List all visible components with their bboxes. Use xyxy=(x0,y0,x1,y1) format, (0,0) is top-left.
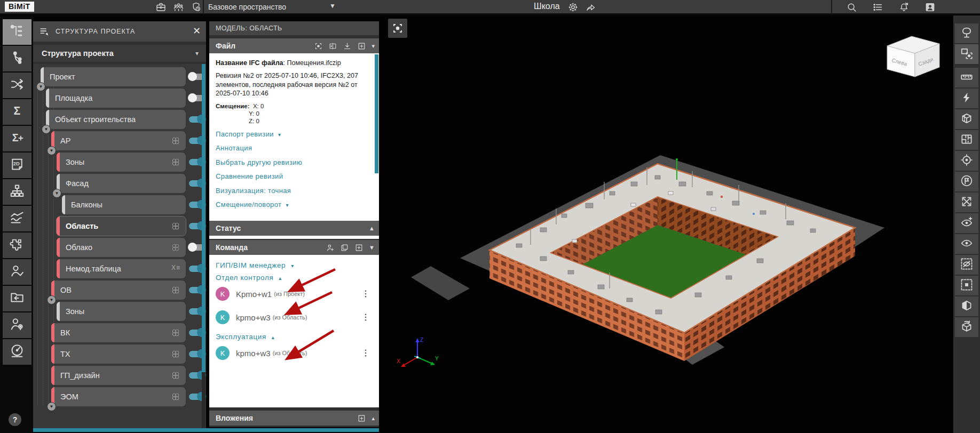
file-link[interactable]: Аннотация xyxy=(216,144,369,152)
rail-tool-dashboard[interactable] xyxy=(3,339,31,365)
status-section-header[interactable]: Статус ▲ xyxy=(209,221,379,236)
rail-tool-relations[interactable] xyxy=(3,46,31,71)
model-viewport[interactable]: Слева Сзади Z Y X xyxy=(380,15,953,433)
view-cube[interactable]: Слева Сзади xyxy=(880,32,946,79)
member-menu-kebab-icon[interactable] xyxy=(361,311,370,323)
tree-expander-icon[interactable]: ▼ xyxy=(47,402,56,411)
rail-tool-clash-check[interactable] xyxy=(3,73,31,98)
tree-expander-icon[interactable]: ▼ xyxy=(47,295,56,304)
copy-icon[interactable] xyxy=(338,242,350,253)
file-link[interactable]: Выбрать другую ревизию xyxy=(216,158,369,166)
collapse-caret-icon[interactable]: ▲ xyxy=(369,225,375,231)
user-add-icon[interactable] xyxy=(324,242,336,253)
tree-item-ВК[interactable]: ВК xyxy=(51,323,186,342)
help-button[interactable]: ? xyxy=(9,413,21,426)
tree-item-Облако[interactable]: Облако xyxy=(57,238,186,257)
tree-item-Область[interactable]: Область xyxy=(57,217,186,236)
tree-item-ЭОМ[interactable]: ЭОМ xyxy=(51,387,186,406)
rail-tool-totals-add[interactable]: Σ xyxy=(3,126,31,151)
file-scrollbar[interactable] xyxy=(375,54,378,173)
collapse-caret-icon[interactable]: ▾ xyxy=(372,43,375,50)
toolbar-tree-icon[interactable] xyxy=(955,23,978,43)
file-link[interactable]: Сравнение ревизий xyxy=(216,172,369,180)
horizontal-scrollbar[interactable] xyxy=(33,428,379,432)
team-group-ГИП/BIM менеджер[interactable]: ГИП/BIM менеджер▾ xyxy=(216,261,379,269)
tree-item-ГП_дизайн[interactable]: ГП_дизайн xyxy=(51,366,186,385)
toolbar-eye-icon[interactable] xyxy=(955,234,978,254)
tree-expander-icon[interactable]: ▼ xyxy=(52,189,61,198)
team-section-header[interactable]: Команда ▼ xyxy=(209,240,379,255)
tree-item-Фасад[interactable]: Фасад xyxy=(57,174,186,193)
file-link[interactable]: Визуализация: точная xyxy=(216,187,369,195)
workspace-caret-icon[interactable]: ▼ xyxy=(329,2,336,10)
focus-icon[interactable] xyxy=(312,40,324,52)
briefcase-icon[interactable] xyxy=(155,1,167,13)
toolbar-eye-off-box-icon[interactable] xyxy=(955,255,978,275)
team-group-Эксплуатация[interactable]: Эксплуатация▴ xyxy=(216,333,379,341)
rail-tool-analytics[interactable] xyxy=(3,206,31,231)
rail-tool-totals[interactable]: Σ xyxy=(3,99,31,125)
tree-item-Балконы[interactable]: Балконы xyxy=(62,195,186,214)
toolbar-flash-icon[interactable] xyxy=(955,89,978,108)
panel-menu-icon[interactable] xyxy=(38,26,50,37)
team-group-Отдел контроля[interactable]: Отдел контроля▴ xyxy=(216,274,379,282)
notifications-bell-icon[interactable] xyxy=(898,1,910,13)
rail-tool-folder-share[interactable] xyxy=(3,286,31,311)
fit-view-button[interactable] xyxy=(388,19,407,38)
toolbar-target-icon[interactable] xyxy=(955,151,978,171)
toolbar-ruler-icon[interactable] xyxy=(955,68,978,87)
file-link[interactable]: Паспорт ревизии▾ xyxy=(216,130,369,138)
structure-scrollbar[interactable] xyxy=(202,64,206,431)
attachments-section-header[interactable]: Вложения ▴ xyxy=(209,411,379,426)
tree-item-Площадка[interactable]: Площадка xyxy=(46,89,186,108)
rail-tool-plugins[interactable] xyxy=(3,232,31,258)
close-panel-icon[interactable]: ✕ xyxy=(193,25,201,37)
toolbar-selection-copy-icon[interactable] xyxy=(955,44,978,64)
collapse-caret-icon[interactable]: ▼ xyxy=(369,244,375,251)
toolbar-cube-refresh-icon[interactable] xyxy=(955,317,978,337)
tree-item-ТХ[interactable]: ТХ xyxy=(51,344,186,364)
tree-item-Зоны[interactable]: Зоны xyxy=(57,302,186,321)
share-icon[interactable] xyxy=(584,1,596,13)
toolbar-floorplan-icon[interactable] xyxy=(955,130,978,150)
workspace-selector[interactable]: Базовое пространство xyxy=(208,3,286,11)
add-box-icon[interactable] xyxy=(355,40,367,52)
download-icon[interactable] xyxy=(341,40,353,52)
tree-expander-icon[interactable]: ▼ xyxy=(42,125,51,134)
tree-item-Объект строительства[interactable]: Объект строительства xyxy=(46,110,186,129)
rail-tool-hierarchy[interactable] xyxy=(3,179,31,205)
list-menu-icon[interactable] xyxy=(872,1,883,13)
toolbar-eye-plus-icon[interactable] xyxy=(955,213,978,233)
add-box-icon[interactable] xyxy=(355,412,367,424)
compare-box-icon[interactable] xyxy=(327,40,338,52)
tree-item-Немод.таблица[interactable]: Немод.таблицаX≡ xyxy=(57,259,186,278)
tree-item-Проект[interactable]: Проект xyxy=(41,67,186,86)
tree-item-Зоны[interactable]: Зоны xyxy=(57,153,186,172)
tree-item-ОВ[interactable]: ОВ xyxy=(51,280,186,300)
settings-gear-icon[interactable] xyxy=(567,1,579,13)
add-box-icon[interactable] xyxy=(353,242,365,253)
file-link[interactable]: Смещение/поворот▾ xyxy=(216,201,369,209)
file-section-header[interactable]: Файл ▾ xyxy=(209,38,379,53)
toolbar-half-cube-icon[interactable] xyxy=(955,296,978,316)
search-icon[interactable] xyxy=(845,1,857,13)
tree-item-АР[interactable]: АР xyxy=(51,131,186,150)
tree-expander-icon[interactable]: ▼ xyxy=(47,146,56,155)
toolbar-axes-cross-icon[interactable] xyxy=(955,193,978,212)
member-menu-kebab-icon[interactable] xyxy=(361,347,370,359)
rail-tool-docs-2d[interactable]: 2D xyxy=(3,153,31,178)
toolbar-flag-circle-icon[interactable] xyxy=(955,172,978,191)
shield-clock-icon[interactable] xyxy=(190,1,202,13)
account-icon[interactable] xyxy=(924,1,936,13)
rail-tool-user-approve[interactable] xyxy=(3,259,31,285)
toolbar-section-cube-icon[interactable] xyxy=(955,109,978,129)
collapse-caret-icon[interactable]: ▴ xyxy=(372,415,375,422)
rail-tool-user-location[interactable] xyxy=(3,312,31,338)
structure-dropdown[interactable]: Структура проекта ▾ xyxy=(33,45,206,62)
bimit-logo[interactable]: BiMiT xyxy=(5,2,34,12)
rail-tool-project-structure[interactable] xyxy=(3,19,31,45)
member-menu-kebab-icon[interactable] xyxy=(361,288,370,300)
team-icon[interactable] xyxy=(172,1,184,13)
tree-expander-icon[interactable]: ▼ xyxy=(36,82,45,91)
toolbar-selection-box-icon[interactable] xyxy=(955,276,978,295)
